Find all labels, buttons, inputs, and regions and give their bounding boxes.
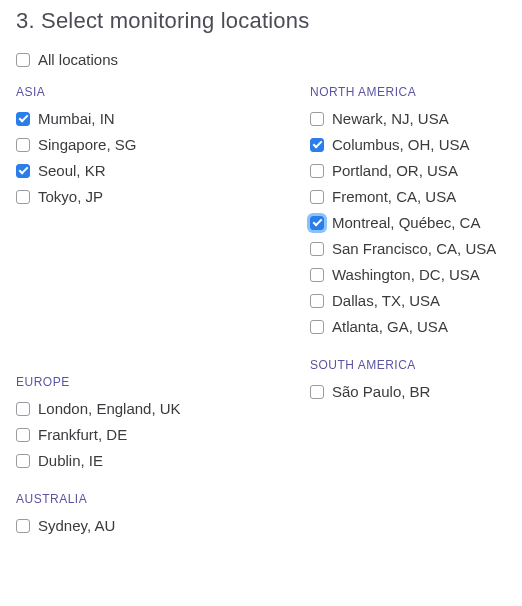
location-row: San Francisco, CA, USA <box>310 241 496 256</box>
location-label: Columbus, OH, USA <box>332 137 470 152</box>
region-header: EUROPE <box>16 375 310 389</box>
location-row: Atlanta, GA, USA <box>310 319 496 334</box>
right-column: NORTH AMERICANewark, NJ, USAColumbus, OH… <box>310 85 496 557</box>
region-south-america: SOUTH AMERICASão Paulo, BR <box>310 358 496 399</box>
location-label: Atlanta, GA, USA <box>332 319 448 334</box>
region-europe: EUROPELondon, England, UKFrankfurt, DEDu… <box>16 375 310 468</box>
location-checkbox-dallas-tx-usa[interactable] <box>310 294 324 308</box>
left-column: ASIAMumbai, INSingapore, SGSeoul, KRToky… <box>16 85 310 557</box>
region-header: NORTH AMERICA <box>310 85 496 99</box>
location-checkbox-columbus-oh-usa[interactable] <box>310 138 324 152</box>
all-locations-label: All locations <box>38 52 118 67</box>
region-australia: AUSTRALIASydney, AU <box>16 492 310 533</box>
location-row: Frankfurt, DE <box>16 427 310 442</box>
location-row: Newark, NJ, USA <box>310 111 496 126</box>
location-checkbox-s-o-paulo-br[interactable] <box>310 385 324 399</box>
section-title: 3. Select monitoring locations <box>16 8 506 34</box>
location-row: Columbus, OH, USA <box>310 137 496 152</box>
location-label: Mumbai, IN <box>38 111 115 126</box>
location-checkbox-san-francisco-ca-usa[interactable] <box>310 242 324 256</box>
location-label: Fremont, CA, USA <box>332 189 456 204</box>
location-label: Tokyo, JP <box>38 189 103 204</box>
location-row: London, England, UK <box>16 401 310 416</box>
location-label: São Paulo, BR <box>332 384 430 399</box>
location-checkbox-fremont-ca-usa[interactable] <box>310 190 324 204</box>
location-label: Seoul, KR <box>38 163 106 178</box>
location-row: Dublin, IE <box>16 453 310 468</box>
location-label: Frankfurt, DE <box>38 427 127 442</box>
region-header: ASIA <box>16 85 310 99</box>
region-header: AUSTRALIA <box>16 492 310 506</box>
location-checkbox-tokyo-jp[interactable] <box>16 190 30 204</box>
location-checkbox-frankfurt-de[interactable] <box>16 428 30 442</box>
region-north-america: NORTH AMERICANewark, NJ, USAColumbus, OH… <box>310 85 496 334</box>
location-row: São Paulo, BR <box>310 384 496 399</box>
location-label: Washington, DC, USA <box>332 267 480 282</box>
location-label: Portland, OR, USA <box>332 163 458 178</box>
location-checkbox-mumbai-in[interactable] <box>16 112 30 126</box>
location-label: Sydney, AU <box>38 518 115 533</box>
location-label: Dublin, IE <box>38 453 103 468</box>
location-row: Singapore, SG <box>16 137 310 152</box>
location-checkbox-washington-dc-usa[interactable] <box>310 268 324 282</box>
location-label: Newark, NJ, USA <box>332 111 449 126</box>
location-checkbox-portland-or-usa[interactable] <box>310 164 324 178</box>
all-locations-checkbox[interactable] <box>16 53 30 67</box>
location-checkbox-montreal-qu-bec-ca[interactable] <box>310 216 324 230</box>
location-checkbox-singapore-sg[interactable] <box>16 138 30 152</box>
location-row: Mumbai, IN <box>16 111 310 126</box>
spacer <box>16 228 310 375</box>
location-checkbox-atlanta-ga-usa[interactable] <box>310 320 324 334</box>
region-asia: ASIAMumbai, INSingapore, SGSeoul, KRToky… <box>16 85 310 204</box>
location-label: San Francisco, CA, USA <box>332 241 496 256</box>
regions-columns: ASIAMumbai, INSingapore, SGSeoul, KRToky… <box>16 85 506 557</box>
location-checkbox-sydney-au[interactable] <box>16 519 30 533</box>
location-row: Washington, DC, USA <box>310 267 496 282</box>
all-locations-row: All locations <box>16 52 506 67</box>
location-row: Sydney, AU <box>16 518 310 533</box>
location-row: Dallas, TX, USA <box>310 293 496 308</box>
location-label: Montreal, Québec, CA <box>332 215 480 230</box>
region-header: SOUTH AMERICA <box>310 358 496 372</box>
location-row: Fremont, CA, USA <box>310 189 496 204</box>
location-row: Seoul, KR <box>16 163 310 178</box>
location-row: Portland, OR, USA <box>310 163 496 178</box>
location-row: Montreal, Québec, CA <box>310 215 496 230</box>
location-label: Dallas, TX, USA <box>332 293 440 308</box>
location-checkbox-newark-nj-usa[interactable] <box>310 112 324 126</box>
location-row: Tokyo, JP <box>16 189 310 204</box>
location-label: London, England, UK <box>38 401 181 416</box>
location-label: Singapore, SG <box>38 137 136 152</box>
location-checkbox-seoul-kr[interactable] <box>16 164 30 178</box>
location-checkbox-london-england-uk[interactable] <box>16 402 30 416</box>
location-checkbox-dublin-ie[interactable] <box>16 454 30 468</box>
